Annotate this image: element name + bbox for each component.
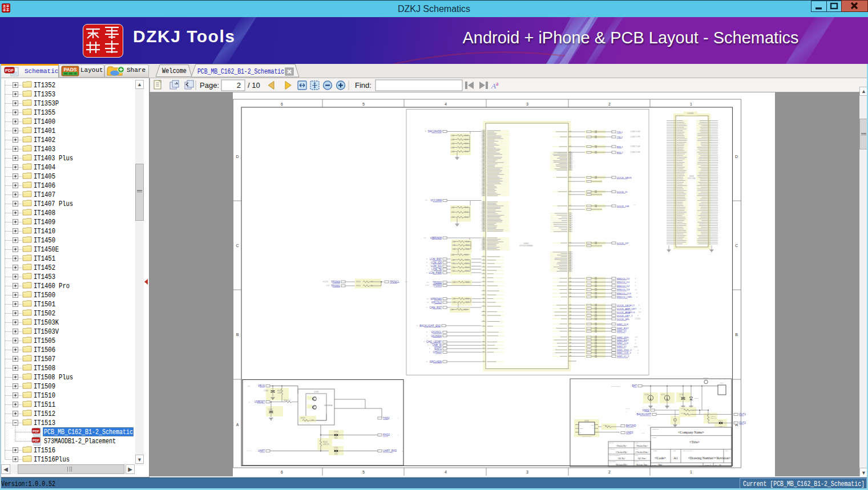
svg-text:IT1503V: IT1503V — [34, 328, 59, 336]
svg-text:C: C — [236, 244, 239, 248]
svg-text:e e: e e — [635, 336, 637, 338]
svg-text:e: e — [425, 130, 426, 132]
svg-text:DATE:: DATE: — [652, 464, 656, 465]
svg-text:BTB CONN: BTB CONN — [688, 177, 696, 180]
svg-text:MSDC0_D2: MSDC0_D2 — [617, 285, 630, 287]
svg-text:<QC Date>: <QC Date> — [637, 457, 647, 460]
svg-text:<Checked Date>: <Checked Date> — [635, 451, 649, 453]
svg-text:IT1407 Plus: IT1407 Plus — [34, 200, 73, 208]
svg-text:e: e — [428, 268, 429, 270]
svg-text:TP2002: TP2002 — [433, 281, 442, 284]
svg-text:I2C2SCL: I2C2SCL — [431, 331, 442, 334]
svg-text:e: e — [635, 277, 636, 280]
svg-text:UMH3NFHA: UMH3NFHA — [324, 404, 333, 407]
svg-text:U2701: U2701 — [661, 394, 665, 396]
svg-text:CONN TO RF: CONN TO RF — [630, 151, 640, 153]
svg-text:e: e — [635, 281, 636, 284]
svg-text:ss: ss — [427, 301, 429, 303]
svg-text:10K 1%: 10K 1% — [692, 410, 697, 411]
svg-text:MSDC0_D1: MSDC0_D1 — [617, 281, 630, 284]
svg-text:Welcome: Welcome — [162, 67, 187, 75]
svg-text:s u v s u: s u v s u — [247, 450, 252, 452]
svg-text:VCC: VCC — [591, 424, 594, 426]
svg-text:e: e — [426, 361, 427, 363]
svg-text:e: e — [426, 272, 427, 274]
svg-text:TP2003: TP2003 — [433, 284, 442, 287]
svg-text:IT1404: IT1404 — [34, 164, 55, 172]
svg-text:1: 1 — [710, 464, 711, 467]
svg-text:MSDC0_CMD: MSDC0_CMD — [617, 295, 632, 298]
svg-text:5: 5 — [362, 102, 365, 106]
svg-text:A1: A1 — [673, 456, 678, 460]
svg-text:e: e — [636, 296, 637, 298]
svg-text:e: e — [426, 258, 427, 260]
svg-text:RXD2: RXD2 — [383, 434, 390, 436]
svg-text:IT1403 Plus: IT1403 Plus — [34, 155, 73, 163]
svg-text:C2401: C2401 — [268, 408, 273, 411]
svg-text:RXL2: RXL2 — [617, 151, 623, 154]
svg-text:SRCLKEN: SRCLKEN — [430, 361, 442, 363]
svg-text:LCM_ID0: LCM_ID0 — [431, 261, 442, 264]
svg-text:C2400: C2400 — [264, 390, 268, 392]
svg-text:PDF: PDF — [33, 439, 39, 442]
svg-text:IT1508: IT1508 — [34, 365, 55, 372]
svg-text:s s s: s s s — [641, 432, 645, 434]
svg-text:IT1510: IT1510 — [34, 392, 55, 400]
svg-text:SIM1_IO: SIM1_IO — [617, 330, 627, 333]
svg-text:IT1453: IT1453 — [34, 273, 55, 281]
svg-text:e: e — [426, 335, 427, 337]
svg-text:PCB_MB_C162_B1-2_Schematic: PCB_MB_C162_B1-2_Schematic — [197, 68, 284, 76]
svg-text:R2000: R2000 — [356, 285, 361, 287]
svg-text:s: s — [398, 435, 399, 436]
svg-text:IT1508 Plus: IT1508 Plus — [34, 374, 73, 382]
svg-text:R2702: R2702 — [603, 424, 608, 426]
svg-text:ss: ss — [635, 289, 637, 291]
svg-text:DAC2AVDD: DAC2AVDD — [428, 130, 442, 133]
svg-text:LCM_TE: LCM_TE — [431, 268, 442, 271]
svg-text:s s u s: s s u s — [626, 408, 631, 410]
svg-text:e: e — [426, 331, 427, 333]
svg-text:TXL2: TXL2 — [617, 136, 623, 139]
svg-text:<QC By>: <QC By> — [617, 457, 625, 460]
svg-text:EINT1: EINT1 — [434, 347, 442, 350]
svg-text:s ss: s ss — [648, 424, 651, 426]
svg-text:TXL1: TXL1 — [617, 131, 623, 133]
svg-text:1: 1 — [690, 102, 692, 106]
svg-text:IT1505: IT1505 — [34, 337, 55, 345]
svg-text:<Release Date>: <Release Date> — [636, 464, 649, 466]
svg-text:6: 6 — [281, 470, 283, 474]
svg-text:Page:: Page: — [200, 81, 219, 90]
svg-text:<Checked By>: <Checked By> — [615, 451, 628, 453]
svg-text:BACKLIGHT_EN2: BACKLIGHT_EN2 — [419, 325, 441, 327]
svg-text:SIM1_CLK_2: SIM1_CLK_2 — [617, 351, 632, 354]
svg-text:IT1450E: IT1450E — [34, 246, 59, 254]
svg-text:SIZE:: SIZE: — [673, 450, 676, 451]
svg-text:IT1511: IT1511 — [34, 401, 55, 409]
svg-text:IT1513: IT1513 — [34, 419, 55, 427]
svg-text:4: 4 — [445, 470, 447, 474]
svg-text:LCM_PWR: LCM_PWR — [429, 272, 442, 274]
svg-text:USB_ID: USB_ID — [433, 344, 442, 347]
svg-text:PCB_MB_C162_B1-2_Schematic: PCB_MB_C162_B1-2_Schematic — [44, 428, 133, 436]
svg-text:<Drawing Number><Revision>: <Drawing Number><Revision> — [688, 456, 730, 460]
svg-text:e: e — [635, 285, 636, 287]
svg-text:S73MAODB1-2_Placement: S73MAODB1-2_Placement — [44, 438, 116, 446]
svg-text:e: e — [426, 306, 427, 309]
svg-text:OUT2: OUT2 — [739, 422, 746, 424]
svg-text:DOCK_ID: DOCK_ID — [617, 191, 628, 193]
svg-text:<Title>: <Title> — [689, 440, 700, 444]
svg-text:Find:: Find: — [355, 81, 372, 90]
svg-text:3: 3 — [526, 470, 528, 474]
svg-text:IT1407: IT1407 — [34, 191, 55, 199]
svg-text:CHECKED:: CHECKED: — [609, 448, 616, 449]
svg-text:UART: UART — [258, 449, 265, 452]
svg-text:U2700: U2700 — [644, 394, 649, 396]
svg-text:eeee: eeee — [634, 346, 638, 348]
svg-text:B: B — [236, 333, 239, 337]
svg-text:PDF: PDF — [33, 430, 39, 433]
svg-text:IT1355: IT1355 — [34, 109, 55, 117]
svg-text:e: e — [637, 352, 639, 354]
svg-text:X2001: X2001 — [689, 175, 695, 177]
svg-text:u: u — [249, 402, 250, 403]
svg-text:DOCK_ANAPLG: DOCK_ANAPLG — [617, 311, 635, 314]
